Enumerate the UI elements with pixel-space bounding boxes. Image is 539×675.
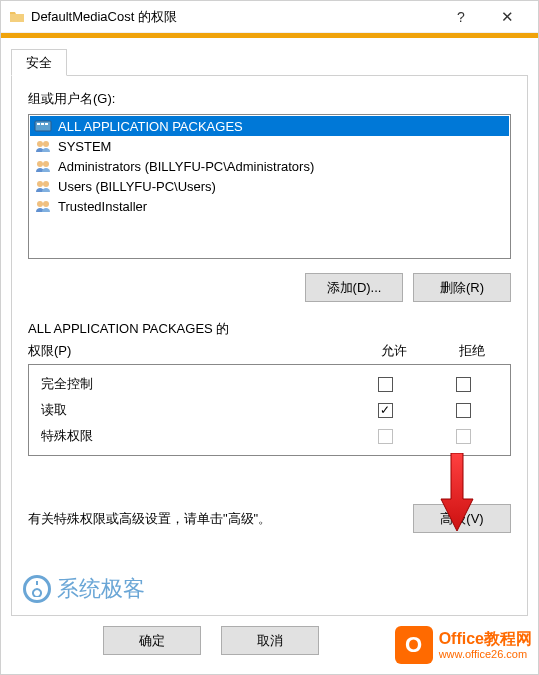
permission-row: 读取 ✓ <box>37 397 502 423</box>
svg-point-8 <box>37 181 43 187</box>
svg-rect-1 <box>37 123 40 125</box>
titlebar: DefaultMediaCost 的权限 ? ✕ <box>1 1 538 33</box>
ok-button[interactable]: 确定 <box>103 626 201 655</box>
users-icon <box>34 178 52 194</box>
permission-name: 读取 <box>37 401 346 419</box>
svg-point-10 <box>37 201 43 207</box>
permission-row: 完全控制 <box>37 371 502 397</box>
advanced-row: 有关特殊权限或高级设置，请单击"高级"。 高级(V) <box>28 504 511 533</box>
users-icon <box>34 138 52 154</box>
security-panel: 组或用户名(G): ALL APPLICATION PACKAGES SYSTE… <box>11 76 528 616</box>
window-buttons: ? ✕ <box>438 1 530 33</box>
allow-header: 允许 <box>355 342 433 360</box>
list-item-label: SYSTEM <box>58 139 111 154</box>
svg-point-5 <box>43 141 49 147</box>
allow-checkbox[interactable] <box>378 377 393 392</box>
allow-checkbox <box>378 429 393 444</box>
svg-rect-3 <box>45 123 48 125</box>
list-item[interactable]: Administrators (BILLYFU-PC\Administrator… <box>30 156 509 176</box>
deny-checkbox <box>456 429 471 444</box>
permission-name: 特殊权限 <box>37 427 346 445</box>
list-item[interactable]: SYSTEM <box>30 136 509 156</box>
groups-label: 组或用户名(G): <box>28 90 511 108</box>
list-item[interactable]: Users (BILLYFU-PC\Users) <box>30 176 509 196</box>
deny-checkbox[interactable] <box>456 377 471 392</box>
svg-point-6 <box>37 161 43 167</box>
svg-rect-0 <box>35 121 51 131</box>
permissions-header: 权限(P) 允许 拒绝 <box>28 342 511 360</box>
list-item-label: Users (BILLYFU-PC\Users) <box>58 179 216 194</box>
dialog-buttons: 确定 取消 应用(A) <box>11 626 528 655</box>
tab-strip: 安全 <box>11 48 528 76</box>
group-buttons: 添加(D)... 删除(R) <box>28 273 511 302</box>
svg-point-7 <box>43 161 49 167</box>
dialog-window: DefaultMediaCost 的权限 ? ✕ 安全 组或用户名(G): AL… <box>0 0 539 675</box>
svg-point-4 <box>37 141 43 147</box>
permissions-for-suffix: 权限(P) <box>28 342 355 360</box>
folder-icon <box>9 9 25 25</box>
allow-checkbox[interactable]: ✓ <box>378 403 393 418</box>
permission-name: 完全控制 <box>37 375 346 393</box>
list-item-label: TrustedInstaller <box>58 199 147 214</box>
add-button[interactable]: 添加(D)... <box>305 273 403 302</box>
help-button[interactable]: ? <box>438 1 484 33</box>
tab-security[interactable]: 安全 <box>11 49 67 76</box>
svg-rect-2 <box>41 123 44 125</box>
users-icon <box>34 158 52 174</box>
package-icon <box>34 118 52 134</box>
permissions-for-label: ALL APPLICATION PACKAGES 的 <box>28 320 511 338</box>
list-item[interactable]: ALL APPLICATION PACKAGES <box>30 116 509 136</box>
list-item-label: Administrators (BILLYFU-PC\Administrator… <box>58 159 314 174</box>
close-button[interactable]: ✕ <box>484 1 530 33</box>
users-icon <box>34 198 52 214</box>
content: 安全 组或用户名(G): ALL APPLICATION PACKAGES SY… <box>1 38 538 665</box>
svg-point-11 <box>43 201 49 207</box>
svg-point-9 <box>43 181 49 187</box>
advanced-button[interactable]: 高级(V) <box>413 504 511 533</box>
permissions-table: 完全控制 读取 ✓ 特殊权限 <box>28 364 511 456</box>
window-title: DefaultMediaCost 的权限 <box>31 8 438 26</box>
advanced-hint: 有关特殊权限或高级设置，请单击"高级"。 <box>28 510 401 528</box>
list-item-label: ALL APPLICATION PACKAGES <box>58 119 243 134</box>
deny-checkbox[interactable] <box>456 403 471 418</box>
list-item[interactable]: TrustedInstaller <box>30 196 509 216</box>
permission-row: 特殊权限 <box>37 423 502 449</box>
groups-listbox[interactable]: ALL APPLICATION PACKAGES SYSTEM Administ… <box>28 114 511 259</box>
deny-header: 拒绝 <box>433 342 511 360</box>
remove-button[interactable]: 删除(R) <box>413 273 511 302</box>
permissions-for-prefix: ALL APPLICATION PACKAGES 的 <box>28 321 229 336</box>
cancel-button[interactable]: 取消 <box>221 626 319 655</box>
